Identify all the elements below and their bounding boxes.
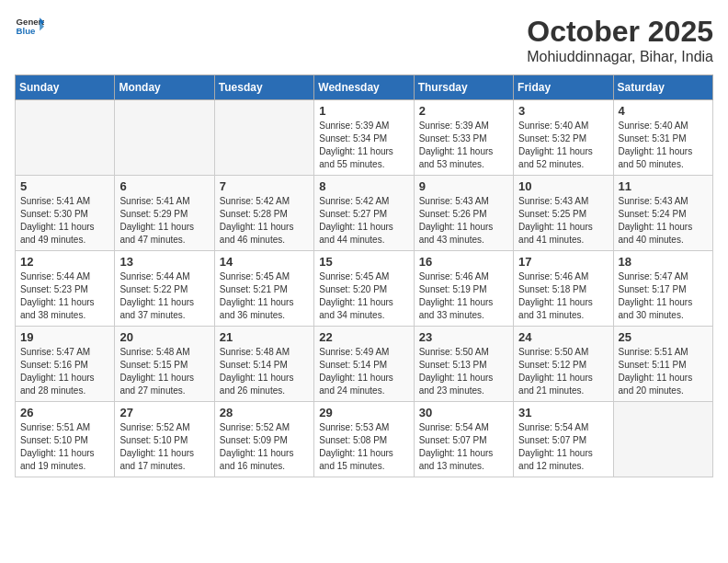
day-number: 31 (518, 406, 608, 419)
calendar-cell: 7Sunrise: 5:42 AM Sunset: 5:28 PM Daylig… (214, 176, 313, 251)
calendar-cell: 25Sunrise: 5:51 AM Sunset: 5:11 PM Dayli… (613, 327, 712, 402)
day-number: 1 (319, 104, 408, 118)
day-number: 30 (419, 406, 508, 419)
weekday-header-friday: Friday (514, 75, 613, 100)
day-number: 29 (319, 406, 408, 419)
calendar-cell (16, 100, 115, 176)
calendar-cell: 10Sunrise: 5:43 AM Sunset: 5:25 PM Dayli… (514, 176, 613, 251)
day-info: Sunrise: 5:40 AM Sunset: 5:31 PM Dayligh… (619, 120, 708, 171)
calendar-cell: 22Sunrise: 5:49 AM Sunset: 5:14 PM Dayli… (314, 327, 414, 402)
day-info: Sunrise: 5:41 AM Sunset: 5:29 PM Dayligh… (119, 195, 209, 247)
week-row-3: 12Sunrise: 5:44 AM Sunset: 5:23 PM Dayli… (16, 251, 713, 327)
day-info: Sunrise: 5:51 AM Sunset: 5:11 PM Dayligh… (619, 346, 708, 397)
day-number: 11 (619, 179, 708, 193)
calendar-cell: 17Sunrise: 5:46 AM Sunset: 5:18 PM Dayli… (514, 251, 613, 327)
calendar-cell: 27Sunrise: 5:52 AM Sunset: 5:10 PM Dayli… (115, 402, 214, 477)
calendar-cell: 4Sunrise: 5:40 AM Sunset: 5:31 PM Daylig… (613, 100, 712, 176)
day-info: Sunrise: 5:45 AM Sunset: 5:21 PM Dayligh… (220, 270, 309, 322)
day-number: 13 (119, 255, 209, 269)
day-info: Sunrise: 5:49 AM Sunset: 5:14 PM Dayligh… (319, 346, 408, 397)
calendar-cell: 3Sunrise: 5:40 AM Sunset: 5:32 PM Daylig… (514, 100, 613, 176)
day-number: 8 (319, 179, 408, 193)
day-info: Sunrise: 5:48 AM Sunset: 5:14 PM Dayligh… (220, 346, 309, 397)
day-number: 15 (319, 255, 408, 269)
calendar-cell: 8Sunrise: 5:42 AM Sunset: 5:27 PM Daylig… (314, 176, 414, 251)
calendar-cell: 29Sunrise: 5:53 AM Sunset: 5:08 PM Dayli… (314, 402, 414, 477)
week-row-4: 19Sunrise: 5:47 AM Sunset: 5:16 PM Dayli… (16, 327, 713, 402)
day-number: 21 (220, 330, 309, 344)
day-info: Sunrise: 5:47 AM Sunset: 5:16 PM Dayligh… (20, 346, 109, 397)
day-number: 20 (119, 330, 209, 344)
day-number: 4 (619, 104, 708, 118)
day-number: 28 (220, 406, 309, 419)
calendar-cell: 28Sunrise: 5:52 AM Sunset: 5:09 PM Dayli… (214, 402, 313, 477)
day-info: Sunrise: 5:42 AM Sunset: 5:28 PM Dayligh… (220, 195, 309, 247)
day-number: 9 (419, 179, 508, 193)
week-row-5: 26Sunrise: 5:51 AM Sunset: 5:10 PM Dayli… (16, 402, 713, 477)
day-info: Sunrise: 5:47 AM Sunset: 5:17 PM Dayligh… (619, 270, 708, 322)
day-number: 14 (220, 255, 309, 269)
day-info: Sunrise: 5:43 AM Sunset: 5:25 PM Dayligh… (518, 195, 608, 247)
calendar-cell: 11Sunrise: 5:43 AM Sunset: 5:24 PM Dayli… (613, 176, 712, 251)
week-row-1: 1Sunrise: 5:39 AM Sunset: 5:34 PM Daylig… (16, 100, 713, 176)
day-info: Sunrise: 5:43 AM Sunset: 5:24 PM Dayligh… (619, 195, 708, 247)
weekday-header-thursday: Thursday (414, 75, 513, 100)
calendar-cell (214, 100, 313, 176)
day-info: Sunrise: 5:52 AM Sunset: 5:10 PM Dayligh… (119, 421, 209, 473)
day-number: 25 (619, 330, 708, 344)
day-number: 2 (419, 104, 508, 118)
calendar-cell (613, 402, 712, 477)
calendar-cell: 23Sunrise: 5:50 AM Sunset: 5:13 PM Dayli… (414, 327, 513, 402)
day-info: Sunrise: 5:54 AM Sunset: 5:07 PM Dayligh… (518, 421, 608, 473)
day-number: 17 (518, 255, 608, 269)
weekday-header-tuesday: Tuesday (214, 75, 313, 100)
calendar-cell: 9Sunrise: 5:43 AM Sunset: 5:26 PM Daylig… (414, 176, 513, 251)
day-number: 7 (220, 179, 309, 193)
calendar-cell: 2Sunrise: 5:39 AM Sunset: 5:33 PM Daylig… (414, 100, 513, 176)
calendar-cell: 20Sunrise: 5:48 AM Sunset: 5:15 PM Dayli… (115, 327, 214, 402)
day-number: 26 (20, 406, 109, 419)
header-row: SundayMondayTuesdayWednesdayThursdayFrid… (16, 75, 713, 100)
day-info: Sunrise: 5:41 AM Sunset: 5:30 PM Dayligh… (20, 195, 109, 247)
day-info: Sunrise: 5:46 AM Sunset: 5:19 PM Dayligh… (419, 270, 508, 322)
logo-icon: General Blue (15, 15, 44, 37)
calendar-cell: 13Sunrise: 5:44 AM Sunset: 5:22 PM Dayli… (115, 251, 214, 327)
day-number: 6 (119, 179, 209, 193)
day-number: 18 (619, 255, 708, 269)
calendar-cell: 19Sunrise: 5:47 AM Sunset: 5:16 PM Dayli… (16, 327, 115, 402)
day-info: Sunrise: 5:51 AM Sunset: 5:10 PM Dayligh… (20, 421, 109, 473)
logo: General Blue (15, 15, 44, 37)
day-info: Sunrise: 5:45 AM Sunset: 5:20 PM Dayligh… (319, 270, 408, 322)
calendar-cell: 30Sunrise: 5:54 AM Sunset: 5:07 PM Dayli… (414, 402, 513, 477)
week-row-2: 5Sunrise: 5:41 AM Sunset: 5:30 PM Daylig… (16, 176, 713, 251)
location-title: Mohiuddinnagar, Bihar, India (527, 49, 713, 65)
day-info: Sunrise: 5:39 AM Sunset: 5:34 PM Dayligh… (319, 120, 408, 171)
day-info: Sunrise: 5:53 AM Sunset: 5:08 PM Dayligh… (319, 421, 408, 473)
calendar-table: SundayMondayTuesdayWednesdayThursdayFrid… (15, 75, 713, 477)
day-info: Sunrise: 5:52 AM Sunset: 5:09 PM Dayligh… (220, 421, 309, 473)
calendar-cell: 26Sunrise: 5:51 AM Sunset: 5:10 PM Dayli… (16, 402, 115, 477)
day-number: 5 (20, 179, 109, 193)
day-info: Sunrise: 5:48 AM Sunset: 5:15 PM Dayligh… (119, 346, 209, 397)
calendar-cell: 5Sunrise: 5:41 AM Sunset: 5:30 PM Daylig… (16, 176, 115, 251)
page-header: General Blue October 2025 Mohiuddinnagar… (15, 15, 713, 65)
day-info: Sunrise: 5:39 AM Sunset: 5:33 PM Dayligh… (419, 120, 508, 171)
day-number: 23 (419, 330, 508, 344)
title-block: October 2025 Mohiuddinnagar, Bihar, Indi… (527, 15, 713, 65)
day-number: 19 (20, 330, 109, 344)
day-number: 27 (119, 406, 209, 419)
calendar-cell: 21Sunrise: 5:48 AM Sunset: 5:14 PM Dayli… (214, 327, 313, 402)
calendar-cell: 18Sunrise: 5:47 AM Sunset: 5:17 PM Dayli… (613, 251, 712, 327)
calendar-cell: 6Sunrise: 5:41 AM Sunset: 5:29 PM Daylig… (115, 176, 214, 251)
day-number: 12 (20, 255, 109, 269)
day-number: 22 (319, 330, 408, 344)
day-info: Sunrise: 5:42 AM Sunset: 5:27 PM Dayligh… (319, 195, 408, 247)
day-info: Sunrise: 5:50 AM Sunset: 5:13 PM Dayligh… (419, 346, 508, 397)
calendar-cell: 14Sunrise: 5:45 AM Sunset: 5:21 PM Dayli… (214, 251, 313, 327)
day-info: Sunrise: 5:50 AM Sunset: 5:12 PM Dayligh… (518, 346, 608, 397)
day-number: 16 (419, 255, 508, 269)
day-info: Sunrise: 5:46 AM Sunset: 5:18 PM Dayligh… (518, 270, 608, 322)
calendar-cell: 24Sunrise: 5:50 AM Sunset: 5:12 PM Dayli… (514, 327, 613, 402)
calendar-cell: 12Sunrise: 5:44 AM Sunset: 5:23 PM Dayli… (16, 251, 115, 327)
weekday-header-monday: Monday (115, 75, 214, 100)
